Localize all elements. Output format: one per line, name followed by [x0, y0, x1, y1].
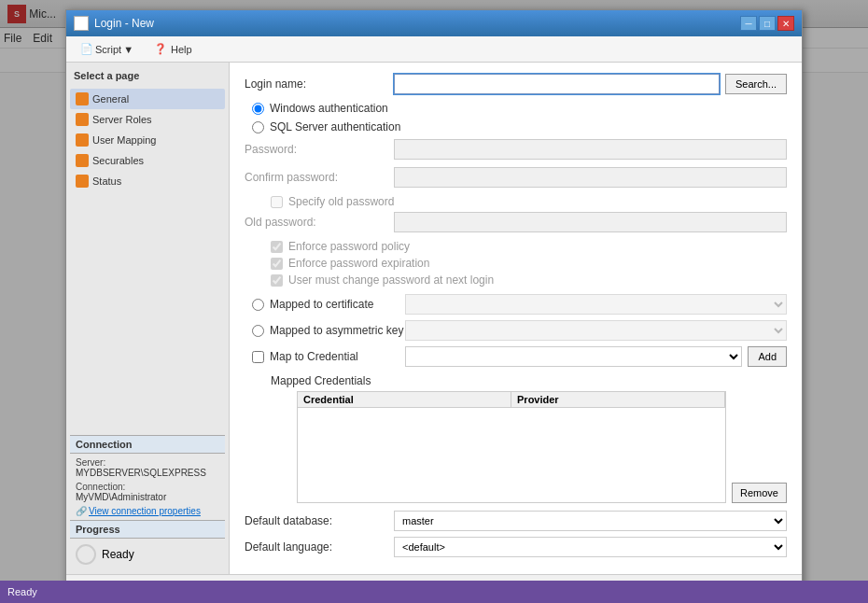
- default-database-label: Default database:: [245, 514, 394, 527]
- credential-col-header: Credential: [298, 392, 511, 407]
- connection-link-icon: 🔗: [76, 506, 87, 516]
- connection-label: Connection:: [76, 482, 219, 492]
- maximize-button[interactable]: □: [759, 16, 776, 31]
- credentials-table: Credential Provider: [297, 391, 726, 503]
- old-password-input: [394, 212, 787, 232]
- default-language-row: Default language: <default>: [245, 537, 787, 557]
- login-name-label: Login name:: [245, 77, 394, 91]
- dialog-toolbar: 📄 Script ▼ ❓ Help: [66, 36, 802, 63]
- connection-section-title: Connection: [70, 435, 225, 454]
- script-dropdown-icon: ▼: [123, 44, 133, 55]
- specify-old-password-row: Specify old password: [245, 195, 787, 208]
- windows-auth-radio[interactable]: [252, 103, 264, 115]
- confirm-password-label: Confirm password:: [245, 171, 394, 184]
- search-button[interactable]: Search...: [725, 74, 787, 94]
- mapped-key-radio[interactable]: [252, 325, 264, 337]
- password-row: Password:: [245, 139, 787, 160]
- enforce-expiration-check: [271, 258, 283, 270]
- specify-old-password-check: [271, 196, 283, 208]
- enforce-policy-check: [271, 241, 283, 253]
- script-label: Script: [95, 44, 121, 55]
- map-credential-select[interactable]: [405, 346, 742, 367]
- server-value: MYDBSERVER\SQLEXPRESS: [76, 468, 219, 478]
- connection-value: MyVMD\Administrator: [76, 492, 219, 502]
- mapped-key-row: Mapped to asymmetric key: [245, 320, 787, 341]
- default-language-select[interactable]: <default>: [394, 537, 787, 557]
- mapped-cert-select: [405, 294, 787, 315]
- default-language-label: Default language:: [245, 540, 394, 554]
- mapped-cert-radio[interactable]: [252, 299, 264, 311]
- page-general[interactable]: General: [70, 89, 225, 109]
- page-server-roles-icon: [76, 113, 89, 126]
- script-button[interactable]: 📄 Script ▼: [74, 40, 140, 58]
- credentials-table-header: Credential Provider: [298, 392, 725, 408]
- sql-auth-row: SQL Server authentication: [245, 120, 787, 133]
- script-icon: 📄: [80, 43, 93, 55]
- specify-old-password-label: Specify old password: [288, 195, 394, 208]
- login-name-input[interactable]: [394, 74, 720, 94]
- dialog-title-text: Login - New: [94, 17, 154, 30]
- page-panel-title: Select a page: [70, 70, 225, 81]
- page-server-roles-label: Server Roles: [92, 114, 152, 125]
- enforce-expiration-row: Enforce password expiration: [245, 257, 787, 270]
- page-securables-label: Securables: [92, 155, 144, 166]
- left-panel: Select a page General Server Roles User …: [66, 63, 230, 574]
- page-user-mapping-label: User Mapping: [92, 134, 156, 146]
- page-status-icon: [76, 175, 89, 188]
- taskbar-status: Ready: [7, 586, 37, 597]
- page-securables[interactable]: Securables: [70, 150, 225, 171]
- dialog-controls: ─ □ ✕: [740, 16, 794, 31]
- taskbar: Ready: [0, 581, 868, 603]
- sql-auth-label: SQL Server authentication: [270, 120, 400, 133]
- page-user-mapping[interactable]: User Mapping: [70, 130, 225, 150]
- page-securables-icon: [76, 154, 89, 167]
- add-credential-button[interactable]: Add: [748, 346, 787, 367]
- page-user-mapping-icon: [76, 133, 89, 147]
- old-password-row: Old password:: [245, 212, 787, 232]
- default-database-row: Default database: master: [245, 511, 787, 531]
- page-status[interactable]: Status: [70, 171, 225, 191]
- mapped-key-label: Mapped to asymmetric key: [270, 324, 405, 337]
- map-credential-row: Map to Credential Add: [245, 346, 787, 367]
- confirm-password-input: [394, 167, 787, 188]
- password-input: [394, 139, 787, 160]
- windows-auth-row: Windows authentication: [245, 102, 787, 115]
- map-credential-check[interactable]: [252, 351, 264, 363]
- provider-col-header: Provider: [511, 392, 725, 407]
- mapped-cert-label: Mapped to certificate: [270, 298, 405, 311]
- view-connection-link[interactable]: View connection properties: [89, 506, 201, 516]
- old-password-label: Old password:: [245, 216, 394, 229]
- enforce-policy-label: Enforce password policy: [288, 240, 410, 253]
- help-icon: ❓: [154, 43, 167, 55]
- sql-auth-radio[interactable]: [252, 121, 264, 133]
- mapped-cert-row: Mapped to certificate: [245, 294, 787, 315]
- page-selector: Select a page General Server Roles User …: [66, 63, 229, 431]
- credentials-table-body: [298, 408, 725, 501]
- dialog-title-left: Login - New: [74, 16, 154, 31]
- progress-spinner: [76, 544, 96, 565]
- server-label: Server:: [76, 457, 219, 468]
- mapped-key-select: [405, 320, 787, 341]
- help-button[interactable]: ❓ Help: [147, 40, 199, 58]
- connection-info-block: Server: MYDBSERVER\SQLEXPRESS Connection…: [70, 454, 225, 520]
- enforce-expiration-label: Enforce password expiration: [288, 257, 429, 270]
- remove-button[interactable]: Remove: [732, 483, 787, 503]
- map-credential-label: Map to Credential: [270, 350, 405, 363]
- progress-section-title: Progress: [70, 520, 225, 539]
- must-change-label: User must change password at next login: [288, 273, 494, 287]
- login-dialog: Login - New ─ □ ✕ 📄 Script ▼ ❓ Help: [65, 9, 803, 603]
- default-database-select[interactable]: master: [394, 511, 787, 531]
- enforce-policy-row: Enforce password policy: [245, 240, 787, 253]
- progress-status: Ready: [102, 548, 134, 561]
- general-form: Login name: Search... Windows authentica…: [230, 63, 802, 574]
- modal-overlay: Login - New ─ □ ✕ 📄 Script ▼ ❓ Help: [0, 0, 868, 603]
- minimize-button[interactable]: ─: [740, 16, 757, 31]
- confirm-password-row: Confirm password:: [245, 167, 787, 188]
- help-label: Help: [171, 44, 192, 55]
- close-button[interactable]: ✕: [777, 16, 794, 31]
- dialog-title-icon: [74, 16, 89, 31]
- credentials-row-wrapper: Credential Provider Remove: [245, 391, 787, 503]
- dialog-titlebar: Login - New ─ □ ✕: [66, 10, 802, 36]
- page-status-label: Status: [92, 175, 121, 187]
- page-server-roles[interactable]: Server Roles: [70, 109, 225, 130]
